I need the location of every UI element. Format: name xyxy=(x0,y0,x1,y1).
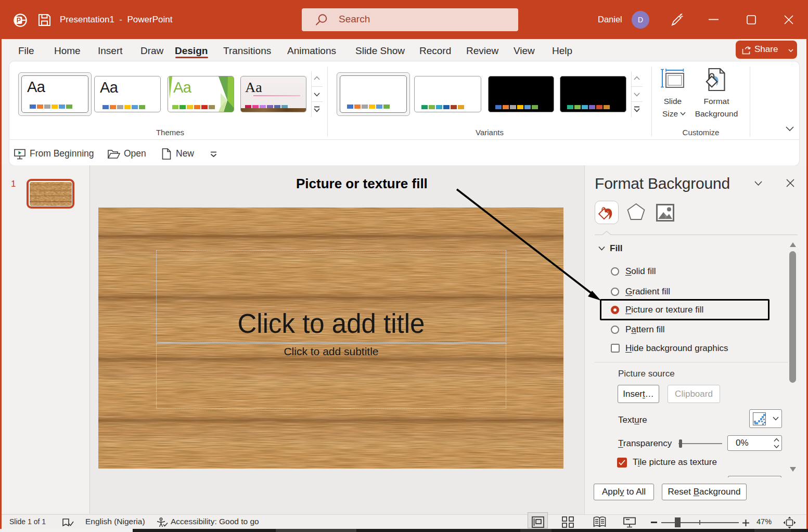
svg-text:P: P xyxy=(17,17,21,24)
